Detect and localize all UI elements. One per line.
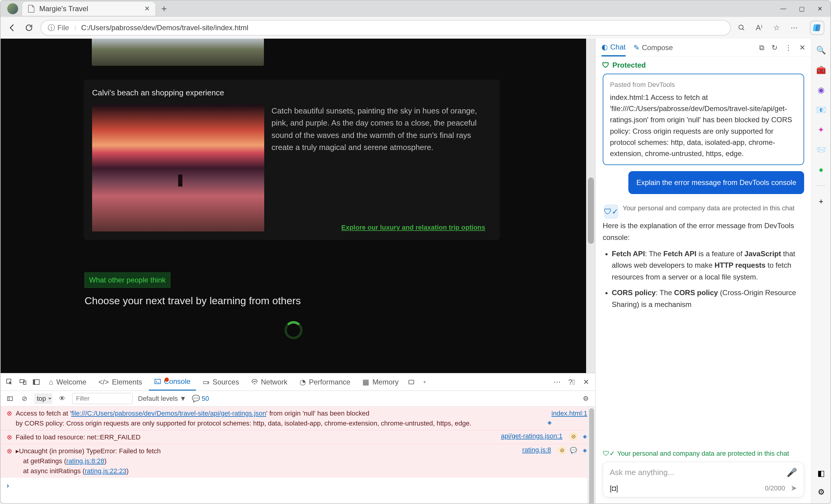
- app-panel-icon[interactable]: [405, 376, 417, 388]
- new-tab-button[interactable]: +: [158, 3, 170, 14]
- toolbox-icon[interactable]: 🧰: [815, 65, 827, 76]
- outlook-icon[interactable]: 📧: [815, 105, 827, 115]
- error-icon: ⊗: [7, 434, 12, 442]
- devtools-tab-welcome[interactable]: ⌂Welcome: [44, 373, 92, 390]
- clear-console-icon[interactable]: ⊘: [20, 394, 29, 403]
- copilot-icon[interactable]: ◈: [545, 418, 554, 427]
- card-title: Calvi's beach an shopping experience: [92, 88, 491, 97]
- sidebar-toggle-icon[interactable]: [5, 394, 15, 403]
- page-viewport: Calvi's beach an shopping experience Cat…: [1, 39, 595, 373]
- devtools-tab-sources[interactable]: ▭̵Sources: [197, 373, 245, 390]
- read-aloud-icon[interactable]: A⁾: [754, 23, 764, 33]
- m365-icon[interactable]: ◉: [815, 85, 827, 95]
- destination-card: Calvi's beach an shopping experience Cat…: [84, 80, 500, 240]
- issue-icon[interactable]: ⊘: [569, 432, 578, 441]
- open-new-icon[interactable]: ⧉: [759, 43, 764, 52]
- devtools-tab-performance[interactable]: ◔Performance: [294, 373, 356, 390]
- send-icon[interactable]: ➤: [791, 483, 797, 493]
- source-link[interactable]: index.html:1: [551, 410, 587, 417]
- devtools-close-icon[interactable]: ✕: [580, 376, 592, 388]
- spotify-icon[interactable]: ●: [815, 164, 827, 175]
- issue-icon[interactable]: ⊘: [558, 446, 566, 454]
- inspect-icon[interactable]: [4, 376, 16, 388]
- sources-icon: ▭̵: [203, 378, 209, 386]
- protected-info-card: 🛡✓ Your personal and company data are pr…: [603, 200, 804, 220]
- console-scrollbar[interactable]: [587, 407, 595, 503]
- devtools-tab-memory[interactable]: ▦Memory: [357, 373, 404, 390]
- filter-input[interactable]: [72, 393, 133, 404]
- explore-link[interactable]: Explore our luxury and relaxation trip o…: [271, 181, 491, 232]
- source-link[interactable]: rating.js:8: [522, 446, 551, 476]
- copilot-close-icon[interactable]: ✕: [799, 43, 805, 52]
- svg-rect-6: [155, 379, 160, 384]
- assistant-answer: Here is the explanation of the error mes…: [603, 220, 804, 310]
- app-menu-icon[interactable]: ⋯: [789, 23, 799, 33]
- section-badge: What other people think: [85, 272, 170, 288]
- favorite-icon[interactable]: ☆: [772, 23, 781, 33]
- console-error-row[interactable]: ⊗ ▸Uncaught (in promise) TypeError: Fail…: [1, 444, 595, 478]
- window-close-button[interactable]: ✕: [818, 5, 823, 12]
- pasted-text: index.html:1 Access to fetch at 'file://…: [610, 92, 797, 159]
- devtools-tab-console[interactable]: Console: [149, 373, 196, 390]
- toolbar: ⓘ File | C:/Users/pabrosse/dev/Demos/tra…: [1, 17, 830, 39]
- split-screen-icon[interactable]: ◧: [815, 468, 827, 479]
- profile-avatar[interactable]: [7, 3, 18, 14]
- add-tab-icon[interactable]: +: [419, 376, 431, 388]
- shield-icon: 🛡: [602, 61, 609, 69]
- back-button[interactable]: [7, 22, 18, 33]
- performance-icon: ◔: [299, 378, 306, 386]
- designer-icon[interactable]: ✦: [815, 124, 827, 135]
- error-icon: ⊗: [7, 447, 12, 476]
- devtools-panel: ⌂Welcome </>Elements Console ▭̵Sources N…: [1, 373, 595, 503]
- message-count[interactable]: 💬50: [192, 395, 209, 403]
- more-icon[interactable]: ⋯: [551, 376, 563, 388]
- more-icon[interactable]: ⋮: [785, 43, 792, 52]
- dock-icon[interactable]: [30, 376, 42, 388]
- console-settings-icon[interactable]: ⚙: [581, 394, 590, 403]
- mic-icon[interactable]: 🎤: [786, 468, 797, 477]
- pasted-caption: Pasted from DevTools: [610, 80, 797, 90]
- user-message: Explain the error message from DevTools …: [628, 171, 804, 194]
- network-icon: [251, 379, 258, 385]
- address-bar[interactable]: ⓘ File | C:/Users/pabrosse/dev/Demos/tra…: [40, 20, 731, 36]
- copilot-tab-compose[interactable]: ✎Compose: [633, 39, 673, 56]
- loading-spinner-icon: [284, 321, 303, 339]
- device-icon[interactable]: [17, 376, 29, 388]
- console-error-row[interactable]: ⊗ Failed to load resource: net::ERR_FAIL…: [1, 430, 595, 444]
- copilot-toggle-button[interactable]: [810, 21, 824, 35]
- image-scan-icon[interactable]: [◘]: [610, 484, 618, 493]
- copilot-input[interactable]: 🎤 [◘] 0/2000 ➤: [603, 462, 804, 497]
- refresh-button[interactable]: [24, 22, 34, 33]
- copilot-tab-chat[interactable]: ◐Chat: [602, 39, 626, 56]
- chat-icon: ◐: [602, 43, 608, 51]
- console-error-row[interactable]: ⊗ Access to fetch at 'file:///C:/Users/p…: [1, 407, 595, 430]
- search-icon[interactable]: 🔍: [815, 45, 827, 56]
- browser-tab[interactable]: Margie's Travel ✕: [22, 2, 155, 16]
- console-prompt[interactable]: ›: [1, 478, 595, 494]
- shield-check-icon: 🛡✓: [604, 204, 619, 219]
- info-icon[interactable]: 💬: [569, 446, 578, 454]
- minimize-button[interactable]: —: [780, 5, 786, 12]
- devtools-tab-network[interactable]: Network: [246, 373, 293, 390]
- refresh-icon[interactable]: ↻: [772, 43, 778, 52]
- card-description: Catch beautiful sunsets, painting the sk…: [271, 105, 491, 153]
- page-scrollbar[interactable]: [586, 39, 595, 373]
- context-select[interactable]: top: [34, 393, 52, 404]
- source-link[interactable]: api/get-ratings.json:1: [501, 432, 563, 442]
- maximize-button[interactable]: ▢: [799, 5, 805, 12]
- console-icon: [154, 378, 161, 385]
- copilot-panel: ◐Chat ✎Compose ⧉ ↻ ⋮ ✕ 🛡 Protected Paste…: [596, 39, 812, 503]
- send-app-icon[interactable]: 📨: [815, 144, 827, 155]
- svg-point-0: [739, 25, 743, 29]
- log-levels-select[interactable]: Default levels ▼: [138, 395, 186, 403]
- copilot-text-input[interactable]: [610, 468, 783, 477]
- site-info-icon[interactable]: ⓘ File: [48, 23, 69, 33]
- live-expression-icon[interactable]: 👁: [58, 394, 67, 403]
- add-app-icon[interactable]: +: [815, 196, 827, 207]
- help-icon[interactable]: ?⃝: [566, 376, 578, 388]
- zoom-icon[interactable]: [737, 23, 746, 33]
- char-count: 0/2000: [765, 484, 785, 492]
- settings-icon[interactable]: ⚙: [815, 486, 827, 497]
- devtools-tab-elements[interactable]: </>Elements: [93, 373, 148, 390]
- tab-close-icon[interactable]: ✕: [144, 5, 150, 13]
